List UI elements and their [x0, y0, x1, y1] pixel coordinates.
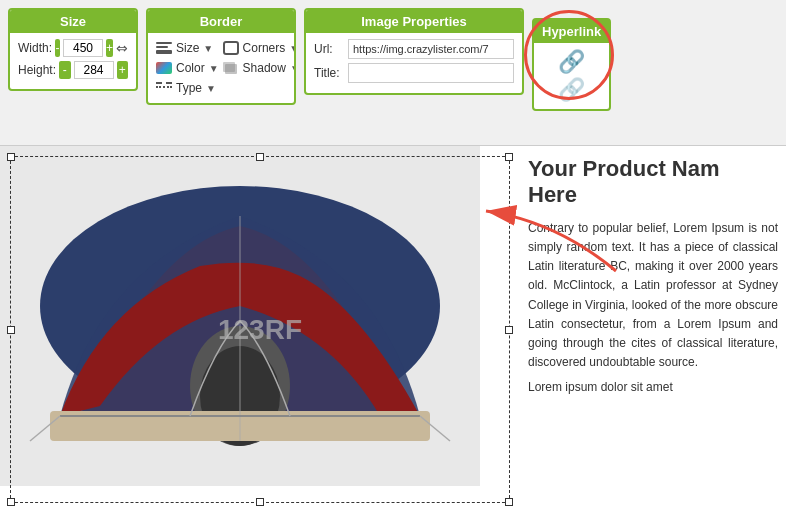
product-description-2: Lorem ipsum dolor sit amet [528, 378, 778, 397]
size-panel-header: Size [10, 10, 136, 33]
border-color-menu[interactable]: Color ▼ [156, 59, 219, 77]
title-input[interactable] [348, 63, 514, 83]
border-corners-label: Corners [243, 41, 286, 55]
color-icon [156, 62, 172, 74]
image-properties-panel: Image Properties Url: Title: [304, 8, 524, 95]
width-label: Width: [18, 41, 52, 55]
width-minus-button[interactable]: - [55, 39, 60, 57]
hyperlink-wrapper: Hyperlink 🔗 🔗 [532, 18, 611, 111]
text-content: Your Product NamHere Contrary to popular… [520, 146, 786, 512]
unlink-icon[interactable]: 🔗 [558, 79, 585, 101]
border-corners-menu[interactable]: Corners ▼ [223, 39, 296, 57]
image-container[interactable]: 123RF [0, 146, 520, 512]
border-panel-header: Border [148, 10, 294, 33]
product-description: Contrary to popular belief, Lorem Ipsum … [528, 219, 778, 373]
border-shadow-label: Shadow [243, 61, 286, 75]
border-size-label: Size [176, 41, 199, 55]
handle-tl[interactable] [7, 153, 15, 161]
handle-bc[interactable] [256, 498, 264, 506]
corners-icon [223, 41, 239, 55]
handle-tr[interactable] [505, 153, 513, 161]
border-size-menu[interactable]: Size ▼ [156, 39, 219, 57]
link-icon[interactable]: 🔗 [558, 51, 585, 73]
border-shadow-menu[interactable]: Shadow ▼ [223, 59, 296, 77]
height-plus-button[interactable]: + [117, 61, 129, 79]
title-label: Title: [314, 66, 342, 80]
size-panel: Size Width: - + ⇔ Height: - + [8, 8, 138, 91]
url-label: Url: [314, 42, 342, 56]
handle-br[interactable] [505, 498, 513, 506]
handle-bl[interactable] [7, 498, 15, 506]
height-input[interactable] [74, 61, 114, 79]
selection-box [10, 156, 510, 503]
hyperlink-panel-header: Hyperlink [534, 20, 609, 43]
color-dropdown-arrow: ▼ [209, 63, 219, 74]
border-color-label: Color [176, 61, 205, 75]
toolbar: Size Width: - + ⇔ Height: - + Border [0, 0, 786, 145]
image-properties-header: Image Properties [306, 10, 522, 33]
type-dropdown-arrow: ▼ [206, 83, 216, 94]
width-plus-button[interactable]: + [106, 39, 113, 57]
border-type-label: Type [176, 81, 202, 95]
product-title: Your Product NamHere [528, 156, 778, 209]
size-dropdown-arrow: ▼ [203, 43, 213, 54]
content-area: 123RF Your Product NamHere Contrary to p… [0, 145, 786, 512]
shadow-dropdown-arrow: ▼ [290, 63, 296, 74]
border-type-menu[interactable]: Type ▼ [156, 79, 219, 97]
handle-tc[interactable] [256, 153, 264, 161]
hyperlink-panel: Hyperlink 🔗 🔗 [532, 18, 611, 111]
size-lines-icon [156, 42, 172, 54]
shadow-icon [223, 62, 239, 74]
handle-ml[interactable] [7, 326, 15, 334]
border-panel: Border Size ▼ Corners ▼ [146, 8, 296, 105]
handle-mr[interactable] [505, 326, 513, 334]
height-label: Height: [18, 63, 56, 77]
resize-icon[interactable]: ⇔ [116, 40, 128, 56]
height-minus-button[interactable]: - [59, 61, 71, 79]
url-input[interactable] [348, 39, 514, 59]
corners-dropdown-arrow: ▼ [289, 43, 296, 54]
type-icon [156, 82, 172, 94]
width-input[interactable] [63, 39, 103, 57]
